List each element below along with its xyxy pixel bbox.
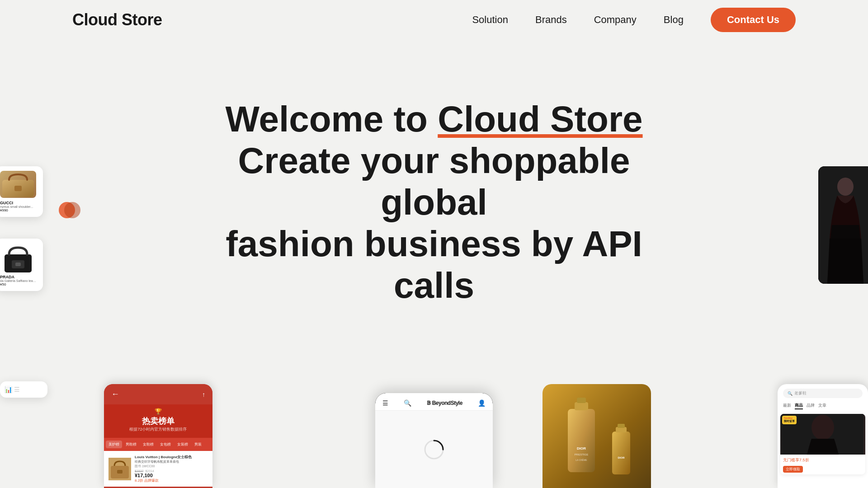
svg-rect-14 — [568, 409, 595, 472]
sale-badge: fasday 限时促享 — [782, 416, 797, 424]
gucci-bag-image — [0, 171, 36, 198]
mini-phone-top: 🔍 老爹鞋 — [778, 384, 868, 401]
hero-title: Welcome to Cloud Store — [225, 99, 642, 140]
mini-tab-articles[interactable]: 文章 — [818, 403, 826, 409]
product-price-cny: ¥17,100 — [135, 473, 208, 478]
navbar: Cloud Store Solution Brands Company Blog… — [0, 0, 868, 40]
dior-bottle-small: DIOR — [608, 422, 635, 477]
app-header: ← ↑ — [104, 384, 212, 404]
product-name: 经典交织字母帆布配皮革单肩包 — [135, 460, 208, 464]
gucci-price: ¥990 — [0, 208, 38, 212]
app-banner-title: 热卖榜单 — [111, 416, 205, 427]
svg-rect-20 — [612, 432, 630, 474]
svg-point-9 — [837, 178, 854, 196]
svg-rect-7 — [15, 263, 21, 266]
svg-text:PRESTIGE: PRESTIGE — [575, 453, 588, 456]
mini-product-image: fasday 限时促享 — [780, 414, 865, 455]
mobile-app-card: ← ↑ 🏆 热卖榜单 根据72小时内官方销售数据排序 美护榜 男鞋榜 女鞋榜 女… — [104, 384, 212, 488]
prada-price: ¥50 — [0, 282, 38, 286]
chart-icon: 📊 — [5, 386, 12, 393]
app-tab-womens-shoes[interactable]: 女鞋榜 — [140, 441, 156, 448]
left-product-card-gucci: GUCCI nymus small shoulder... ¥990 — [0, 166, 43, 217]
product-price-usd: $2327 — [135, 469, 143, 473]
svg-text:DIOR: DIOR — [618, 456, 625, 459]
bullet-decoration — [58, 199, 80, 223]
prada-description: da Galleria Saffiano leath... — [0, 279, 36, 282]
mini-tab-products[interactable]: 商品 — [795, 403, 803, 409]
phone-user-icon: 👤 — [478, 399, 486, 407]
svg-rect-4 — [14, 186, 22, 191]
product-info: Louis Vuitton | Boulogne女士棕色 经典交织字母帆布配皮革… — [135, 455, 208, 483]
dior-product-display: DIOR PRESTIGE LA CRÈME — [542, 384, 651, 488]
app-tab-mens-wear[interactable]: 男装 — [192, 441, 204, 448]
mini-search-text: 老爹鞋 — [794, 390, 807, 396]
contact-us-button[interactable]: Contact Us — [711, 8, 796, 32]
app-share-icon: ↑ — [202, 391, 205, 398]
nav-links: Solution Brands Company Blog Contact Us — [472, 8, 796, 32]
app-tab-womens-bags[interactable]: 女包榜 — [157, 441, 174, 448]
gucci-description: nymus small shoulder... — [0, 205, 36, 208]
app-tab-beauty[interactable]: 美护榜 — [106, 441, 122, 448]
phone-menu-icon: ☰ — [382, 399, 388, 407]
phone-search-icon: 🔍 — [404, 399, 411, 407]
nav-blog[interactable]: Blog — [664, 14, 684, 26]
hero-subtitle-line2: Create your shoppable globalfashion busi… — [185, 140, 683, 306]
mini-product-info: 无门槛享7.5折 立即领取 — [780, 455, 865, 474]
right-model-card — [818, 166, 868, 284]
svg-text:DIOR: DIOR — [577, 446, 586, 450]
phone-navbar: ☰ 🔍 𝔹 BeyondStyle 👤 — [375, 393, 493, 410]
model-image — [818, 166, 868, 284]
prada-bag-icon — [0, 243, 36, 275]
phone-screen: ☰ 🔍 𝔹 BeyondStyle 👤 — [375, 393, 493, 488]
model-silhouette-svg — [818, 166, 868, 284]
gucci-bag-icon — [0, 171, 36, 198]
product-image-placeholder — [108, 458, 131, 480]
app-tab-mens-shoes[interactable]: 男鞋榜 — [123, 441, 139, 448]
app-product-item: Louis Vuitton | Boulogne女士棕色 经典交织字母帆布配皮革… — [104, 451, 212, 487]
phone-content-graphic — [423, 438, 445, 461]
dashboard-card: 📊 ☰ — [0, 381, 47, 398]
svg-rect-12 — [117, 470, 123, 474]
center-phone: ☰ 🔍 𝔹 BeyondStyle 👤 — [375, 393, 493, 488]
nav-company[interactable]: Company — [594, 14, 637, 26]
bottom-area: ← ↑ 🏆 热卖榜单 根据72小时内官方销售数据排序 美护榜 男鞋榜 女鞋榜 女… — [0, 375, 868, 488]
brand-name: Cloud Store — [72, 10, 162, 29]
phone-logo: 𝔹 BeyondStyle — [427, 400, 462, 406]
nav-solution[interactable]: Solution — [472, 14, 508, 26]
list-icon: ☰ — [14, 386, 20, 393]
hero-section: Welcome to Cloud Store Create your shopp… — [0, 40, 868, 488]
svg-rect-16 — [577, 398, 586, 403]
phone-screen-content — [375, 411, 493, 488]
app-banner: 🏆 热卖榜单 根据72小时内官方销售数据排序 — [104, 404, 212, 438]
sale-desc: 限时促享 — [784, 419, 795, 423]
svg-text:LA CRÈME: LA CRÈME — [576, 459, 587, 461]
app-banner-subtitle: 根据72小时内官方销售数据排序 — [111, 427, 205, 432]
product-discount: 8.2折 品牌爆款 — [135, 478, 208, 483]
prada-bag-image — [0, 243, 36, 275]
product-brand: Louis Vuitton | Boulogne女士棕色 — [135, 455, 208, 460]
dior-bottle-main: DIOR PRESTIGE LA CRÈME — [559, 395, 604, 477]
svg-rect-15 — [575, 402, 588, 410]
mini-tab-latest[interactable]: 最新 — [783, 403, 791, 409]
app-tabs: 美护榜 男鞋榜 女鞋榜 女包榜 女装榜 男装 — [104, 438, 212, 451]
svg-rect-22 — [618, 424, 625, 428]
mini-search-icon: 🔍 — [788, 391, 793, 396]
left-product-card-prada: PRADA da Galleria Saffiano leath... ¥50 — [0, 239, 43, 291]
svg-point-1 — [64, 202, 80, 218]
app-tab-womens-wear[interactable]: 女装榜 — [175, 441, 191, 448]
gucci-brand-label: GUCCI — [0, 201, 38, 205]
nav-brands[interactable]: Brands — [535, 14, 567, 26]
mini-tab-brands[interactable]: 品牌 — [807, 403, 815, 409]
sale-discount-text: 无门槛享7.5折 — [783, 456, 863, 464]
mini-product-card: fasday 限时促享 无门槛享7.5折 立即领取 — [780, 414, 865, 474]
right-mini-phone: 🔍 老爹鞋 最新 商品 品牌 文章 — [778, 384, 868, 488]
product-bag-thumbnail — [108, 458, 131, 480]
dior-bottles: DIOR PRESTIGE LA CRÈME — [559, 395, 635, 477]
svg-point-25 — [811, 415, 834, 440]
app-back-arrow: ← — [111, 389, 119, 399]
mini-tabs-row: 最新 商品 品牌 文章 — [778, 401, 868, 411]
claim-button[interactable]: 立即领取 — [783, 466, 803, 473]
hero-underline: Cloud Store — [438, 99, 642, 139]
mini-search-bar[interactable]: 🔍 老爹鞋 — [783, 389, 863, 398]
prada-brand-label: PRADA — [0, 275, 38, 279]
